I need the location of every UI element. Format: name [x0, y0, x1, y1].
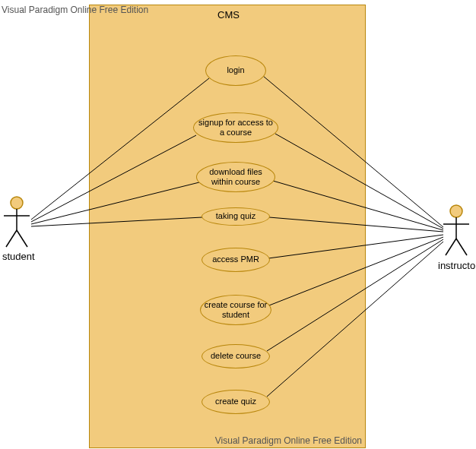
- usecase-taking-quiz: taking quiz: [202, 207, 270, 226]
- actor-instructor-label: instructor: [438, 260, 476, 271]
- actor-student-label: student: [2, 251, 35, 262]
- svg-line-15: [6, 230, 17, 247]
- svg-line-5: [275, 134, 443, 229]
- svg-line-9: [269, 237, 443, 305]
- svg-line-7: [269, 217, 443, 232]
- actor-student-figure: [4, 197, 30, 247]
- usecase-access-pmr: access PMR: [202, 248, 270, 272]
- actor-instructor-figure: [443, 205, 469, 255]
- usecase-delete-course: delete course: [202, 344, 270, 368]
- svg-point-17: [450, 205, 462, 217]
- usecase-login: login: [205, 55, 266, 86]
- usecase-create-quiz: create quiz: [202, 390, 270, 414]
- svg-line-8: [268, 235, 443, 258]
- svg-line-0: [31, 78, 209, 220]
- usecase-signup: signup for access to a course: [193, 112, 278, 143]
- usecase-download: download files within course: [196, 162, 275, 192]
- usecase-create-course: create course for student: [200, 295, 271, 325]
- svg-point-12: [11, 197, 23, 209]
- svg-line-2: [31, 182, 199, 224]
- svg-line-3: [31, 217, 202, 226]
- svg-line-20: [446, 239, 456, 255]
- svg-line-4: [263, 76, 443, 227]
- diagram-stage: Visual Paradigm Online Free Edition Visu…: [0, 0, 476, 449]
- svg-line-21: [456, 239, 467, 255]
- svg-line-16: [17, 230, 27, 247]
- svg-line-10: [267, 239, 443, 351]
- svg-line-11: [267, 242, 443, 397]
- svg-line-1: [31, 135, 196, 222]
